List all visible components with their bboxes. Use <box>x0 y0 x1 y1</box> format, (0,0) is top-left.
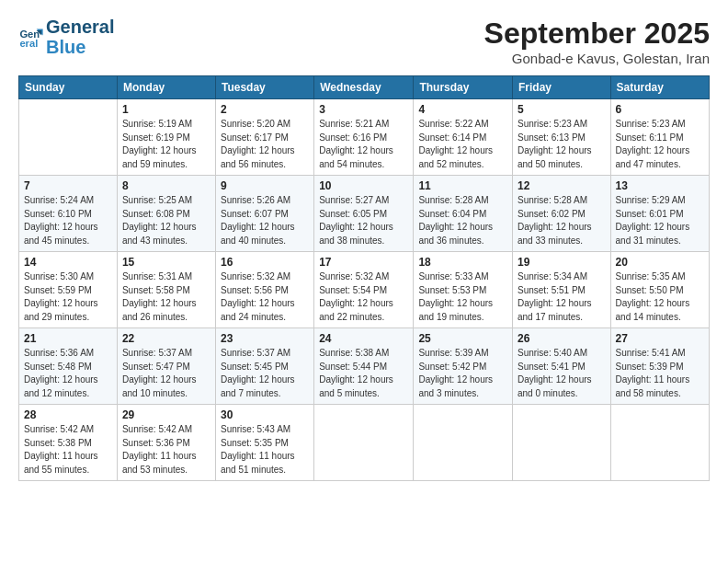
day-number: 11 <box>418 179 507 192</box>
day-number: 22 <box>122 332 210 345</box>
day-number: 16 <box>221 256 309 269</box>
day-number: 28 <box>24 408 112 421</box>
day-number: 14 <box>24 256 112 269</box>
calendar-week-row: 7Sunrise: 5:24 AM Sunset: 6:10 PM Daylig… <box>19 176 710 252</box>
weekday-header: Thursday <box>414 76 513 99</box>
day-number: 25 <box>418 332 507 345</box>
calendar-day-cell: 4Sunrise: 5:22 AM Sunset: 6:14 PM Daylig… <box>414 99 513 176</box>
calendar-day-cell: 17Sunrise: 5:32 AM Sunset: 5:54 PM Dayli… <box>314 252 414 328</box>
day-info: Sunrise: 5:36 AM Sunset: 5:48 PM Dayligh… <box>24 347 112 400</box>
calendar-day-cell <box>314 405 414 481</box>
day-info: Sunrise: 5:19 AM Sunset: 6:19 PM Dayligh… <box>122 118 210 171</box>
calendar-day-cell: 25Sunrise: 5:39 AM Sunset: 5:42 PM Dayli… <box>414 328 513 405</box>
day-info: Sunrise: 5:33 AM Sunset: 5:53 PM Dayligh… <box>418 270 507 324</box>
calendar-day-cell: 2Sunrise: 5:20 AM Sunset: 6:17 PM Daylig… <box>215 99 313 176</box>
day-number: 10 <box>319 179 408 192</box>
day-number: 24 <box>319 332 408 345</box>
calendar-day-cell: 7Sunrise: 5:24 AM Sunset: 6:10 PM Daylig… <box>19 176 118 252</box>
page: Gen eral General Blue September 2025 Gon… <box>0 0 728 563</box>
logo: Gen eral General Blue <box>18 17 114 57</box>
day-number: 5 <box>518 103 606 116</box>
day-info: Sunrise: 5:28 AM Sunset: 6:02 PM Dayligh… <box>518 194 606 247</box>
day-number: 12 <box>518 179 606 192</box>
day-info: Sunrise: 5:23 AM Sunset: 6:13 PM Dayligh… <box>518 118 606 171</box>
calendar-day-cell: 18Sunrise: 5:33 AM Sunset: 5:53 PM Dayli… <box>414 252 513 328</box>
day-info: Sunrise: 5:23 AM Sunset: 6:11 PM Dayligh… <box>616 118 704 171</box>
day-info: Sunrise: 5:30 AM Sunset: 5:59 PM Dayligh… <box>24 270 112 324</box>
weekday-header: Tuesday <box>215 76 313 99</box>
calendar-day-cell: 12Sunrise: 5:28 AM Sunset: 6:02 PM Dayli… <box>512 176 610 252</box>
day-info: Sunrise: 5:43 AM Sunset: 5:35 PM Dayligh… <box>221 423 309 477</box>
calendar-day-cell: 19Sunrise: 5:34 AM Sunset: 5:51 PM Dayli… <box>512 252 610 328</box>
calendar-day-cell: 1Sunrise: 5:19 AM Sunset: 6:19 PM Daylig… <box>117 99 215 176</box>
day-info: Sunrise: 5:20 AM Sunset: 6:17 PM Dayligh… <box>221 118 309 171</box>
calendar-day-cell <box>414 405 513 481</box>
calendar-day-cell: 5Sunrise: 5:23 AM Sunset: 6:13 PM Daylig… <box>512 99 610 176</box>
calendar-day-cell: 29Sunrise: 5:42 AM Sunset: 5:36 PM Dayli… <box>117 405 215 481</box>
calendar-header-row: SundayMondayTuesdayWednesdayThursdayFrid… <box>19 76 710 99</box>
day-number: 3 <box>319 103 408 116</box>
calendar-day-cell: 10Sunrise: 5:27 AM Sunset: 6:05 PM Dayli… <box>314 176 414 252</box>
weekday-header: Wednesday <box>314 76 414 99</box>
day-number: 8 <box>122 179 210 192</box>
day-number: 17 <box>319 256 408 269</box>
calendar-day-cell: 13Sunrise: 5:29 AM Sunset: 6:01 PM Dayli… <box>610 176 709 252</box>
day-info: Sunrise: 5:37 AM Sunset: 5:47 PM Dayligh… <box>122 347 210 400</box>
day-info: Sunrise: 5:32 AM Sunset: 5:54 PM Dayligh… <box>319 270 408 324</box>
day-info: Sunrise: 5:41 AM Sunset: 5:39 PM Dayligh… <box>616 347 704 400</box>
calendar-week-row: 21Sunrise: 5:36 AM Sunset: 5:48 PM Dayli… <box>19 328 710 405</box>
day-number: 6 <box>616 103 704 116</box>
calendar-day-cell: 23Sunrise: 5:37 AM Sunset: 5:45 PM Dayli… <box>215 328 313 405</box>
calendar-week-row: 1Sunrise: 5:19 AM Sunset: 6:19 PM Daylig… <box>19 99 710 176</box>
calendar-day-cell: 15Sunrise: 5:31 AM Sunset: 5:58 PM Dayli… <box>117 252 215 328</box>
day-number: 27 <box>616 332 704 345</box>
day-number: 2 <box>221 103 309 116</box>
calendar-day-cell: 14Sunrise: 5:30 AM Sunset: 5:59 PM Dayli… <box>19 252 118 328</box>
calendar-day-cell: 22Sunrise: 5:37 AM Sunset: 5:47 PM Dayli… <box>117 328 215 405</box>
calendar-day-cell: 26Sunrise: 5:40 AM Sunset: 5:41 PM Dayli… <box>512 328 610 405</box>
calendar-day-cell <box>610 405 709 481</box>
calendar-day-cell: 6Sunrise: 5:23 AM Sunset: 6:11 PM Daylig… <box>610 99 709 176</box>
weekday-header: Friday <box>512 76 610 99</box>
title-block: September 2025 Gonbad-e Kavus, Golestan,… <box>484 17 710 66</box>
day-number: 19 <box>518 256 606 269</box>
day-number: 23 <box>221 332 309 345</box>
day-number: 7 <box>24 179 112 192</box>
calendar-day-cell: 28Sunrise: 5:42 AM Sunset: 5:38 PM Dayli… <box>19 405 118 481</box>
calendar-week-row: 28Sunrise: 5:42 AM Sunset: 5:38 PM Dayli… <box>19 405 710 481</box>
calendar-week-row: 14Sunrise: 5:30 AM Sunset: 5:59 PM Dayli… <box>19 252 710 328</box>
calendar-day-cell: 20Sunrise: 5:35 AM Sunset: 5:50 PM Dayli… <box>610 252 709 328</box>
day-number: 21 <box>24 332 112 345</box>
day-number: 29 <box>122 408 210 421</box>
day-number: 1 <box>122 103 210 116</box>
day-number: 15 <box>122 256 210 269</box>
logo-line2: Blue <box>46 37 114 57</box>
day-number: 4 <box>418 103 507 116</box>
logo-icon: Gen eral <box>18 24 44 50</box>
day-number: 13 <box>616 179 704 192</box>
day-info: Sunrise: 5:21 AM Sunset: 6:16 PM Dayligh… <box>319 118 408 171</box>
day-info: Sunrise: 5:22 AM Sunset: 6:14 PM Dayligh… <box>418 118 507 171</box>
day-info: Sunrise: 5:40 AM Sunset: 5:41 PM Dayligh… <box>518 347 606 400</box>
calendar-day-cell: 27Sunrise: 5:41 AM Sunset: 5:39 PM Dayli… <box>610 328 709 405</box>
calendar-day-cell: 3Sunrise: 5:21 AM Sunset: 6:16 PM Daylig… <box>314 99 414 176</box>
header: Gen eral General Blue September 2025 Gon… <box>18 17 710 66</box>
day-number: 26 <box>518 332 606 345</box>
calendar-day-cell: 30Sunrise: 5:43 AM Sunset: 5:35 PM Dayli… <box>215 405 313 481</box>
location: Gonbad-e Kavus, Golestan, Iran <box>484 51 710 66</box>
day-number: 9 <box>221 179 309 192</box>
day-number: 30 <box>221 408 309 421</box>
day-info: Sunrise: 5:42 AM Sunset: 5:38 PM Dayligh… <box>24 423 112 477</box>
calendar-day-cell <box>19 99 118 176</box>
weekday-header: Saturday <box>610 76 709 99</box>
logo-line1: General <box>46 17 114 37</box>
day-info: Sunrise: 5:26 AM Sunset: 6:07 PM Dayligh… <box>221 194 309 247</box>
calendar-day-cell: 16Sunrise: 5:32 AM Sunset: 5:56 PM Dayli… <box>215 252 313 328</box>
day-number: 20 <box>616 256 704 269</box>
day-info: Sunrise: 5:35 AM Sunset: 5:50 PM Dayligh… <box>616 270 704 324</box>
day-info: Sunrise: 5:25 AM Sunset: 6:08 PM Dayligh… <box>122 194 210 247</box>
calendar-day-cell: 11Sunrise: 5:28 AM Sunset: 6:04 PM Dayli… <box>414 176 513 252</box>
day-number: 18 <box>418 256 507 269</box>
calendar-day-cell: 24Sunrise: 5:38 AM Sunset: 5:44 PM Dayli… <box>314 328 414 405</box>
calendar-day-cell <box>512 405 610 481</box>
